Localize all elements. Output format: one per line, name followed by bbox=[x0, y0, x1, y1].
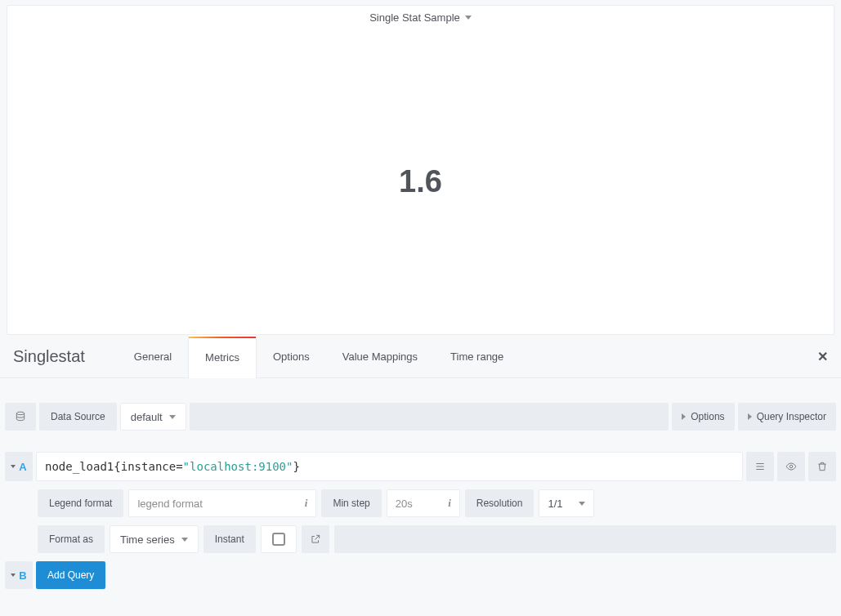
metrics-editor: Data Source default Options Query Inspec… bbox=[0, 377, 841, 597]
tab-label: Metrics bbox=[205, 351, 239, 364]
share-query-button[interactable] bbox=[302, 525, 329, 553]
query-letter: B bbox=[19, 569, 26, 582]
panel-type-label: Singlestat bbox=[13, 347, 85, 366]
legend-format-label: Legend format bbox=[38, 489, 123, 517]
expr-metric: node_load1 bbox=[45, 460, 114, 473]
tab-options[interactable]: Options bbox=[257, 335, 326, 377]
datasource-label: Data Source bbox=[39, 403, 117, 431]
query-a-row: A node_load1{instance="localhost:9100"} bbox=[5, 452, 836, 481]
query-a-block: A node_load1{instance="localhost:9100"} … bbox=[5, 452, 836, 553]
legend-placeholder: legend format bbox=[137, 498, 203, 510]
tab-value-mappings[interactable]: Value Mappings bbox=[326, 335, 434, 377]
tab-metrics[interactable]: Metrics bbox=[188, 335, 257, 377]
expr-key: instance bbox=[121, 460, 176, 473]
panel-title: Single Stat Sample bbox=[369, 11, 460, 24]
expr-equals: = bbox=[176, 460, 182, 473]
query-tool-icons bbox=[746, 452, 836, 481]
checkbox-icon bbox=[272, 533, 285, 546]
min-step-label: Min step bbox=[321, 489, 381, 517]
instant-label: Instant bbox=[204, 525, 256, 553]
datasource-selected: default bbox=[131, 411, 163, 423]
format-as-label: Format as bbox=[38, 525, 105, 553]
format-as-select[interactable]: Time series bbox=[110, 525, 199, 553]
query-b-row: B Add Query bbox=[5, 561, 836, 589]
panel-card: Single Stat Sample 1.6 bbox=[7, 5, 834, 335]
caret-down-icon bbox=[169, 415, 176, 419]
svg-point-0 bbox=[16, 412, 24, 415]
panel-title-dropdown[interactable]: Single Stat Sample bbox=[7, 6, 834, 29]
query-delete-button[interactable] bbox=[808, 452, 836, 481]
query-visibility-button[interactable] bbox=[777, 452, 805, 481]
database-icon bbox=[15, 411, 26, 422]
caret-down-icon bbox=[579, 502, 585, 506]
info-icon: i bbox=[305, 497, 308, 510]
datasource-spacer bbox=[190, 403, 669, 431]
datasource-icon-cell bbox=[5, 403, 36, 431]
query-inspector-button[interactable]: Query Inspector bbox=[738, 403, 836, 431]
format-as-value: Time series bbox=[120, 533, 175, 546]
svg-point-4 bbox=[790, 465, 793, 468]
caret-down-icon bbox=[11, 574, 16, 577]
expr-value: "localhost:9100" bbox=[183, 460, 293, 473]
query-a-toggle[interactable]: A bbox=[5, 452, 33, 481]
caret-down-icon bbox=[465, 16, 472, 20]
resolution-value: 1/1 bbox=[548, 498, 562, 510]
resolution-label: Resolution bbox=[465, 489, 535, 517]
query-letter: A bbox=[19, 461, 26, 473]
query-a-options-row2: Format as Time series Instant bbox=[38, 525, 836, 553]
tab-general[interactable]: General bbox=[118, 335, 188, 377]
close-editor-button[interactable]: ✕ bbox=[817, 349, 828, 364]
options-toggle-button[interactable]: Options bbox=[672, 403, 734, 431]
tab-label: Value Mappings bbox=[342, 350, 418, 363]
min-step-input[interactable]: 20s i bbox=[387, 489, 460, 517]
row-filler bbox=[334, 525, 836, 553]
triangle-right-icon bbox=[682, 413, 686, 420]
add-query-label: Add Query bbox=[47, 569, 94, 581]
query-inspector-label: Query Inspector bbox=[757, 411, 826, 422]
hamburger-icon bbox=[754, 461, 766, 472]
caret-down-icon bbox=[181, 538, 188, 542]
info-icon: i bbox=[448, 497, 451, 510]
min-step-placeholder: 20s bbox=[396, 498, 413, 510]
query-menu-button[interactable] bbox=[746, 452, 774, 481]
query-b-toggle[interactable]: B bbox=[5, 561, 33, 589]
datasource-row: Data Source default Options Query Inspec… bbox=[5, 403, 836, 431]
tab-label: Time range bbox=[450, 350, 503, 363]
editor-tabs: General Metrics Options Value Mappings T… bbox=[118, 335, 521, 377]
tab-label: Options bbox=[273, 350, 310, 363]
singlestat-value: 1.6 bbox=[399, 164, 442, 199]
triangle-right-icon bbox=[748, 413, 752, 420]
editor-tabbar: Singlestat General Metrics Options Value… bbox=[0, 335, 841, 377]
legend-format-input[interactable]: legend format i bbox=[128, 489, 316, 517]
tab-label: General bbox=[134, 350, 172, 363]
resolution-select[interactable]: 1/1 bbox=[539, 489, 594, 517]
caret-down-icon bbox=[11, 465, 16, 468]
eye-icon bbox=[785, 461, 797, 472]
expr-brace-open: { bbox=[114, 460, 120, 473]
expr-brace-close: } bbox=[293, 460, 299, 473]
instant-checkbox[interactable] bbox=[261, 525, 297, 553]
share-icon bbox=[310, 533, 321, 545]
trash-icon bbox=[816, 461, 828, 472]
panel-body: 1.6 bbox=[7, 29, 834, 334]
query-a-options-row1: Legend format legend format i Min step 2… bbox=[38, 489, 836, 517]
tab-time-range[interactable]: Time range bbox=[434, 335, 520, 377]
options-button-label: Options bbox=[691, 411, 724, 422]
datasource-select[interactable]: default bbox=[120, 403, 186, 431]
query-expression-input[interactable]: node_load1{instance="localhost:9100"} bbox=[36, 452, 743, 481]
add-query-button[interactable]: Add Query bbox=[36, 561, 105, 589]
